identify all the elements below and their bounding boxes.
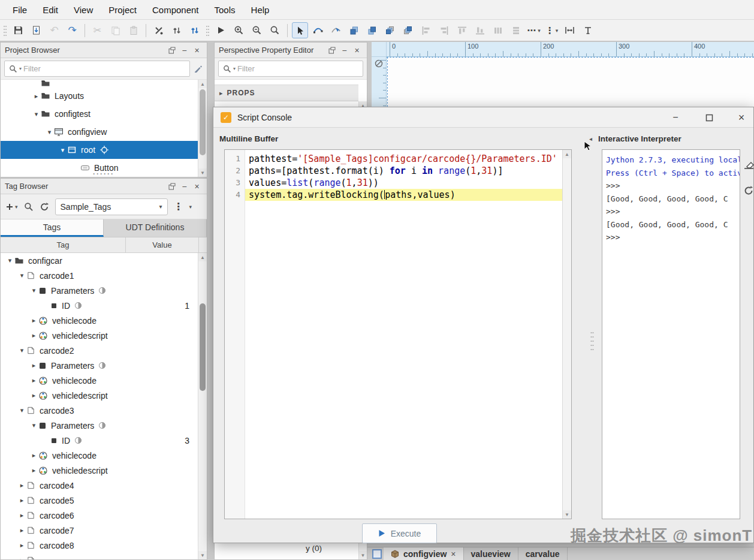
project-tree-row[interactable]: ▸Layouts [1, 87, 198, 105]
menu-view[interactable]: View [66, 0, 101, 20]
tag-tree-row[interactable]: ▾configcar [1, 253, 199, 268]
project-tree-row[interactable] [1, 80, 198, 87]
scroll-down-icon[interactable]: ▼ [198, 551, 207, 559]
tree-collapsed-arrow-icon[interactable]: ▸ [29, 332, 38, 339]
tree-expanded-arrow-icon[interactable]: ▾ [17, 347, 26, 354]
expand-collapse-icon[interactable] [168, 22, 185, 38]
tree-expanded-arrow-icon[interactable]: ▾ [17, 407, 26, 414]
value-column-header[interactable]: Value [125, 237, 198, 252]
tree-collapsed-arrow-icon[interactable]: ▸ [29, 317, 38, 324]
reset-interpreter-icon[interactable] [743, 185, 754, 196]
tag-tree-row[interactable]: ID1 [1, 298, 199, 313]
tag-tree-row[interactable]: ▸vehiclecode [1, 448, 199, 463]
tree-collapsed-arrow-icon[interactable]: ▸ [17, 556, 26, 559]
tag-tree-row[interactable]: ▸vehicledescript [1, 328, 199, 343]
close-panel-icon[interactable]: × [191, 180, 203, 192]
scroll-up-icon[interactable]: ▲ [198, 80, 207, 88]
close-panel-icon[interactable]: × [351, 44, 363, 56]
preview-play-icon[interactable] [213, 22, 229, 38]
tag-tree-row[interactable]: ▸carcode6 [1, 508, 199, 523]
tag-tree-row[interactable]: ▸carcode7 [1, 523, 199, 538]
project-tree-row[interactable]: ▾configview [1, 123, 198, 141]
scroll-down-icon[interactable]: ▼ [563, 510, 571, 519]
section-collapse-arrow-icon[interactable]: ▸ [219, 89, 223, 97]
design-canvas[interactable] [387, 57, 754, 107]
zoom-in-icon[interactable] [231, 22, 247, 38]
tag-menu-caret-icon[interactable]: ▾ [189, 204, 192, 210]
search-options-caret-icon[interactable]: ▾ [19, 66, 22, 71]
clear-console-icon[interactable] [743, 159, 754, 169]
redo-icon[interactable]: ↷ [64, 22, 80, 38]
scrollbar-thumb[interactable] [200, 303, 206, 391]
tag-provider-select[interactable]: Sample_Tags ▾ [55, 198, 168, 215]
undo-icon[interactable]: ↶ [46, 22, 62, 38]
code-line[interactable]: system.tag.writeBlocking(paths,values) [245, 189, 562, 201]
scroll-up-icon[interactable]: ▲ [198, 253, 207, 261]
toolbar-grip[interactable] [206, 24, 210, 37]
bring-to-front-icon[interactable] [400, 22, 416, 38]
align-top-icon[interactable] [454, 22, 470, 38]
project-filter-input[interactable] [23, 64, 185, 73]
tag-tree-row[interactable]: ▸vehiclecode [1, 313, 199, 328]
tab-udt-definitions[interactable]: UDT Definitions [104, 219, 207, 237]
tree-expanded-arrow-icon[interactable]: ▾ [17, 272, 26, 279]
project-tree-row[interactable]: ▾configtest [1, 105, 198, 123]
view-tab-configview[interactable]: configview× [384, 547, 464, 560]
tree-collapsed-arrow-icon[interactable]: ▸ [17, 541, 26, 549]
tag-tree-scrollbar[interactable]: ▲ ▼ [198, 253, 207, 559]
menu-tools[interactable]: Tools [207, 0, 243, 20]
minimize-window-icon[interactable]: − [669, 112, 681, 124]
maximize-window-icon[interactable] [703, 112, 715, 124]
tree-collapsed-arrow-icon[interactable]: ▸ [29, 451, 38, 459]
tab-tags[interactable]: Tags [1, 219, 104, 237]
tree-collapsed-arrow-icon[interactable]: ▸ [29, 362, 38, 369]
code-line[interactable]: paths=[pathtest.format(i) for i in range… [245, 165, 562, 177]
zoom-reset-icon[interactable] [267, 22, 283, 38]
select-tool-icon[interactable] [292, 22, 308, 38]
panel-corner-widget[interactable] [372, 549, 382, 559]
code-area[interactable]: pathtest='[Sample_Tags]configcar/carcode… [245, 150, 562, 519]
node-edit-tool-icon[interactable] [328, 22, 344, 38]
editor-scrollbar[interactable]: ▲ ▼ [562, 150, 571, 519]
scroll-up-icon[interactable]: ▲ [563, 150, 571, 158]
pen-tool-icon[interactable] [310, 22, 326, 38]
paste-icon[interactable] [125, 22, 141, 38]
tag-tree-row[interactable]: ▸vehicledescript [1, 463, 199, 478]
code-line[interactable]: values=list(range(1,31)) [245, 177, 562, 189]
cut-icon[interactable]: ✂ [89, 22, 105, 38]
tree-collapsed-arrow-icon[interactable]: ▸ [29, 466, 38, 474]
tree-collapsed-arrow-icon[interactable]: ▸ [29, 377, 38, 384]
search-options-caret-icon[interactable]: ▾ [233, 66, 236, 71]
tag-tree-row[interactable]: ID3 [1, 433, 199, 448]
close-tab-icon[interactable]: × [451, 549, 456, 559]
tree-expanded-arrow-icon[interactable]: ▾ [29, 287, 38, 294]
panel-resize-grip[interactable]: ······ [93, 171, 114, 177]
tag-tree-row[interactable]: ▾carcode1 [1, 268, 199, 283]
script-editor[interactable]: 1234 pathtest='[Sample_Tags]configcar/ca… [224, 149, 572, 519]
interpreter-output[interactable]: Jython 2.7.3, executing localPress (Ctrl… [602, 149, 740, 519]
scrollbar-thumb[interactable] [200, 89, 206, 155]
float-window-icon[interactable] [166, 44, 177, 56]
tag-tree-row[interactable]: ▾Parameters [1, 418, 199, 433]
tree-collapsed-arrow-icon[interactable]: ▸ [17, 511, 26, 519]
menu-edit[interactable]: Edit [35, 0, 66, 20]
spacing-icon[interactable] [562, 22, 578, 38]
distribute-vertical-icon[interactable] [508, 22, 524, 38]
splitter-grip[interactable] [590, 330, 595, 354]
view-tab-carvalue[interactable]: carvalue [518, 547, 568, 560]
tag-tree-row[interactable]: ▸carcode4 [1, 478, 199, 493]
sync-compare-icon[interactable] [186, 22, 203, 38]
props-section-header[interactable]: ▸ PROPS [215, 85, 358, 101]
more-options-icon[interactable]: ⋯▾ [526, 22, 542, 38]
tree-collapsed-arrow-icon[interactable]: ▸ [32, 92, 41, 100]
tree-collapsed-arrow-icon[interactable]: ▸ [17, 481, 26, 489]
float-window-icon[interactable] [326, 44, 337, 56]
tree-collapsed-arrow-icon[interactable]: ▸ [17, 526, 26, 534]
minimize-panel-icon[interactable]: − [179, 44, 190, 56]
zoom-out-icon[interactable] [249, 22, 265, 38]
tree-expanded-arrow-icon[interactable]: ▾ [32, 110, 41, 118]
view-tab-valueview[interactable]: valueview [464, 547, 518, 560]
tree-collapsed-arrow-icon[interactable]: ▸ [17, 496, 26, 504]
execute-button[interactable]: Execute [362, 523, 437, 543]
tree-expanded-arrow-icon[interactable]: ▾ [45, 128, 54, 136]
